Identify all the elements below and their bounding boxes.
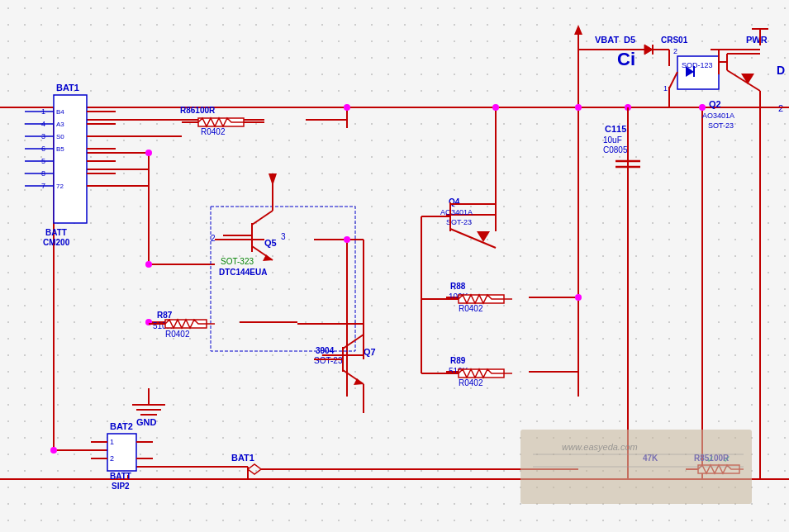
svg-text:BATT: BATT xyxy=(110,472,131,481)
svg-text:AO3401A: AO3401A xyxy=(702,112,734,120)
svg-point-44 xyxy=(145,261,152,268)
svg-text:R0402: R0402 xyxy=(165,330,190,339)
svg-text:D5: D5 xyxy=(624,35,635,45)
vbat-label: VBAT xyxy=(595,35,619,45)
svg-text:72: 72 xyxy=(56,183,64,190)
svg-text:8: 8 xyxy=(41,169,45,178)
svg-text:3: 3 xyxy=(41,132,45,140)
svg-point-43 xyxy=(145,150,152,156)
svg-text:✓: ✓ xyxy=(723,454,731,465)
svg-text:C115: C115 xyxy=(605,124,626,134)
svg-line-94 xyxy=(252,211,273,225)
svg-text:B4: B4 xyxy=(56,108,64,116)
svg-text:2: 2 xyxy=(211,234,216,243)
svg-text:DTC144EUA: DTC144EUA xyxy=(219,268,267,277)
svg-point-48 xyxy=(575,294,582,301)
svg-marker-154 xyxy=(574,25,582,35)
ci-label: Ci xyxy=(617,49,635,69)
svg-text:R0402: R0402 xyxy=(459,378,483,387)
svg-text:BATT: BATT xyxy=(45,228,67,237)
svg-text:C0805: C0805 xyxy=(603,145,628,154)
svg-line-167 xyxy=(669,72,677,88)
svg-point-45 xyxy=(344,104,350,111)
svg-text:B5: B5 xyxy=(56,145,64,153)
svg-marker-100 xyxy=(269,173,277,186)
svg-text:D: D xyxy=(777,64,785,77)
svg-text:2: 2 xyxy=(110,454,114,463)
r86-label: R86100R xyxy=(180,106,216,115)
svg-text:1: 1 xyxy=(41,107,45,116)
svg-text:SOT-323: SOT-323 xyxy=(221,257,254,266)
svg-text:www.easyeda.com: www.easyeda.com xyxy=(562,442,638,452)
svg-text:AO3401A: AO3401A xyxy=(440,208,473,216)
svg-line-111 xyxy=(343,335,364,349)
svg-rect-88 xyxy=(211,207,355,351)
svg-text:Q2: Q2 xyxy=(709,99,721,109)
svg-text:SOT-23: SOT-23 xyxy=(314,356,343,365)
svg-text:R87: R87 xyxy=(157,311,173,320)
svg-point-47 xyxy=(575,104,582,111)
svg-point-52 xyxy=(344,236,350,243)
svg-line-175 xyxy=(727,70,760,91)
svg-text:Q5: Q5 xyxy=(264,238,277,248)
gnd-label: GND xyxy=(136,417,157,427)
svg-marker-193 xyxy=(248,464,261,474)
bat1-label: BAT1 xyxy=(56,83,79,93)
schematic-canvas: BAT1 1 4 3 6 5 8 7 B4 A3 S0 B5 72 BATT C… xyxy=(0,0,789,532)
svg-text:1: 1 xyxy=(110,438,114,446)
svg-text:7: 7 xyxy=(41,182,45,190)
svg-text:Q7: Q7 xyxy=(364,347,376,357)
svg-text:2: 2 xyxy=(673,47,677,55)
svg-text:R0402: R0402 xyxy=(201,127,226,136)
svg-text:1: 1 xyxy=(663,84,668,93)
svg-text:✓: ✓ xyxy=(706,454,715,465)
svg-text:BAT2: BAT2 xyxy=(110,421,133,431)
svg-text:5: 5 xyxy=(41,157,45,165)
svg-text:A3: A3 xyxy=(56,121,64,128)
svg-text:10uF: 10uF xyxy=(603,135,622,145)
svg-text:R0402: R0402 xyxy=(459,304,483,313)
svg-text:R89: R89 xyxy=(450,356,466,365)
svg-text:CM200: CM200 xyxy=(43,238,70,247)
svg-text:3: 3 xyxy=(281,232,286,241)
svg-point-50 xyxy=(699,104,706,111)
svg-text:6: 6 xyxy=(41,145,45,153)
svg-text:BAT1: BAT1 xyxy=(231,453,254,463)
svg-text:SIP2: SIP2 xyxy=(112,482,130,491)
svg-point-46 xyxy=(492,104,499,111)
svg-point-53 xyxy=(50,447,57,454)
svg-text:S0: S0 xyxy=(56,133,64,140)
svg-text:SOT-23: SOT-23 xyxy=(708,121,734,130)
svg-text:4: 4 xyxy=(41,120,45,128)
svg-text:CRS01: CRS01 xyxy=(661,36,688,45)
pwr-label: PWR xyxy=(746,35,768,45)
svg-text:R88: R88 xyxy=(450,282,466,291)
svg-marker-176 xyxy=(741,74,754,84)
svg-marker-157 xyxy=(644,45,653,55)
svg-text:3904: 3904 xyxy=(316,346,335,355)
schematic-svg: BAT1 1 4 3 6 5 8 7 B4 A3 S0 B5 72 BATT C… xyxy=(0,0,789,532)
